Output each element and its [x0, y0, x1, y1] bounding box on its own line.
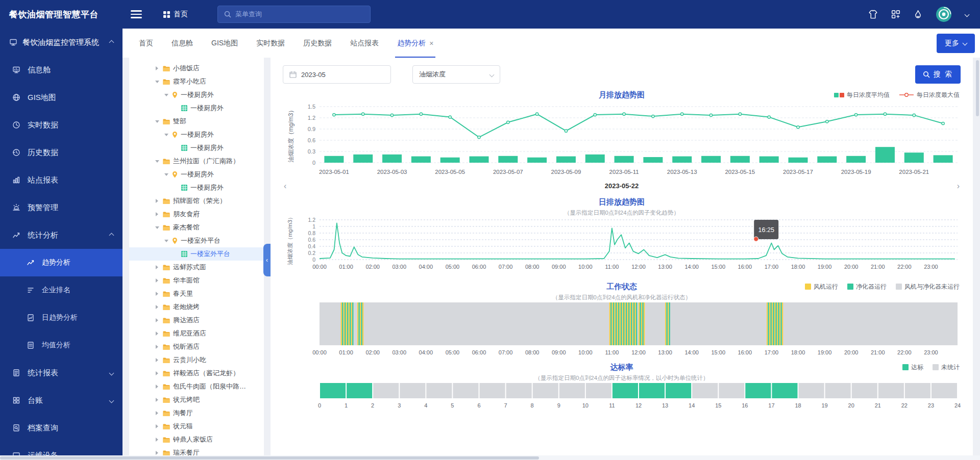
more-button[interactable]: 更多: [937, 34, 975, 53]
factor-select[interactable]: 油烟浓度: [412, 65, 500, 84]
tree-arrow-right-icon[interactable]: [154, 66, 160, 70]
tree-item-悦昕酒店[interactable]: 悦昕酒店: [129, 340, 264, 353]
tree-arrow-down-icon[interactable]: [163, 173, 169, 176]
tree-item-雙部[interactable]: 雙部: [129, 115, 264, 128]
tab-GIS地图[interactable]: GIS地图: [202, 29, 247, 58]
avatar[interactable]: [936, 6, 952, 22]
tree-arrow-right-icon[interactable]: [154, 398, 160, 402]
apps-icon[interactable]: [891, 10, 900, 19]
tab-信息舱[interactable]: 信息舱: [162, 29, 202, 58]
sidebar-item-统计报表[interactable]: 统计报表: [0, 359, 122, 387]
system-title[interactable]: 餐饮油烟监控管理系统: [0, 29, 122, 56]
tab-首页[interactable]: 首页: [130, 29, 162, 58]
tree-item-兰州拉面（广汇南路）[interactable]: 兰州拉面（广汇南路）: [129, 155, 264, 168]
tree-item-豪杰餐馆[interactable]: 豪杰餐馆: [129, 221, 264, 234]
sidebar-item-统计分析[interactable]: 统计分析: [0, 221, 122, 249]
tab-实时数据[interactable]: 实时数据: [247, 29, 294, 58]
prev-day-icon[interactable]: ‹: [284, 181, 286, 191]
tree-item-状元猫[interactable]: 状元猫: [129, 420, 264, 433]
tree-item-一楼厨房外[interactable]: 一楼厨房外: [129, 168, 264, 181]
tree-arrow-right-icon[interactable]: [154, 385, 160, 389]
tree-arrow-right-icon[interactable]: [154, 212, 160, 216]
sidebar-item-站点报表[interactable]: 站点报表: [0, 166, 122, 194]
tree-item-一楼厨房外[interactable]: 一楼厨房外: [129, 128, 264, 141]
collapse-panel-handle[interactable]: ‹: [263, 244, 271, 276]
sidebar-item-趋势分析[interactable]: 趋势分析: [0, 249, 122, 276]
tree-item-状元烤吧[interactable]: 状元烤吧: [129, 393, 264, 406]
tree-arrow-right-icon[interactable]: [154, 305, 160, 309]
tree-item-维尼亚酒店[interactable]: 维尼亚酒店: [129, 327, 264, 340]
tree-arrow-right-icon[interactable]: [154, 292, 160, 296]
legend-item[interactable]: 达标: [902, 362, 923, 373]
tree-arrow-right-icon[interactable]: [154, 424, 160, 428]
tree-item-云贵川小吃[interactable]: 云贵川小吃: [129, 353, 264, 367]
sidebar-item-GIS地图[interactable]: GIS地图: [0, 84, 122, 111]
tree-arrow-right-icon[interactable]: [154, 358, 160, 362]
tree-item-淘餐厅[interactable]: 淘餐厅: [129, 406, 264, 420]
tab-趋势分析[interactable]: 趋势分析×: [388, 29, 443, 58]
sidebar-item-预警管理[interactable]: 预警管理: [0, 194, 122, 221]
tree-item-远鲜苏式面[interactable]: 远鲜苏式面: [129, 261, 264, 274]
sidebar-item-历史数据[interactable]: 历史数据: [0, 139, 122, 166]
menu-search-input[interactable]: 菜单查询: [217, 6, 371, 23]
tree-item-小德饭店[interactable]: 小德饭店: [129, 62, 264, 75]
tree-item-祥毅酒店（酱记龙虾）[interactable]: 祥毅酒店（酱记龙虾）: [129, 367, 264, 380]
horizontal-scrollbar[interactable]: [0, 455, 980, 460]
tree-arrow-right-icon[interactable]: [154, 345, 160, 349]
tree-arrow-down-icon[interactable]: [154, 120, 160, 123]
tree-item-招牌面馆（荣光）[interactable]: 招牌面馆（荣光）: [129, 194, 264, 208]
legend-item[interactable]: 净化器运行: [847, 281, 887, 292]
legend-item[interactable]: 风机运行: [805, 281, 838, 292]
tree-item-华丰面馆[interactable]: 华丰面馆: [129, 274, 264, 287]
tree-item-包氏牛肉面（阳泉中路…[interactable]: 包氏牛肉面（阳泉中路…: [129, 380, 264, 393]
tab-站点报表[interactable]: 站点报表: [341, 29, 388, 58]
tree-item-朋友食府[interactable]: 朋友食府: [129, 208, 264, 221]
chevron-down-icon[interactable]: [965, 12, 970, 17]
tree-item-一楼厨房外[interactable]: 一楼厨房外: [129, 88, 264, 101]
tree-item-春天里[interactable]: 春天里: [129, 287, 264, 300]
search-button[interactable]: 搜 索: [915, 65, 961, 84]
tree-arrow-right-icon[interactable]: [154, 199, 160, 203]
sidebar-item-日趋势分析[interactable]: 日趋势分析: [0, 304, 122, 331]
sidebar-item-均值分析[interactable]: 均值分析: [0, 331, 122, 359]
tree-arrow-down-icon[interactable]: [163, 240, 169, 242]
tree-item-腾达酒店[interactable]: 腾达酒店: [129, 314, 264, 327]
tree-arrow-down-icon[interactable]: [154, 81, 160, 83]
legend-item[interactable]: 每日浓度最大值: [899, 89, 960, 100]
tree-item-钟鼎人家饭店[interactable]: 钟鼎人家饭店: [129, 433, 264, 446]
theme-icon[interactable]: [868, 10, 878, 19]
tab-历史数据[interactable]: 历史数据: [294, 29, 341, 58]
tree-item-一楼室外平台[interactable]: 一楼室外平台: [129, 247, 264, 261]
compliance-rate-chart[interactable]: 0123456789101112131415161718192021222324: [283, 382, 961, 415]
tree-arrow-right-icon[interactable]: [154, 278, 160, 283]
next-day-icon[interactable]: ›: [957, 181, 960, 191]
sidebar-item-档案查询[interactable]: 档案查询: [0, 414, 122, 442]
monthly-trend-chart[interactable]: 00.30.60.91.21.5油烟浓度（mg/m3）2023-05-01202…: [283, 100, 961, 178]
tree-arrow-right-icon[interactable]: [154, 451, 160, 455]
tree-arrow-down-icon[interactable]: [163, 94, 169, 96]
flame-icon[interactable]: [914, 10, 922, 19]
vertical-scrollbar[interactable]: [976, 60, 979, 116]
tree-arrow-right-icon[interactable]: [154, 265, 160, 269]
sidebar-item-台账[interactable]: 台账: [0, 387, 122, 414]
legend-item[interactable]: 风机与净化器未运行: [896, 281, 960, 292]
sidebar-item-企业排名[interactable]: 企业排名: [0, 276, 122, 304]
home-shortcut[interactable]: 首页: [163, 10, 188, 19]
sidebar-toggle-icon[interactable]: [131, 8, 142, 20]
legend-item[interactable]: 未统计: [933, 362, 960, 373]
daily-trend-chart[interactable]: 00.20.40.60.811.2油烟浓度（mg/m3）00:0001:0002…: [283, 217, 961, 276]
legend-item[interactable]: 每日浓度平均值: [834, 89, 890, 100]
tree-item-一楼厨房外[interactable]: 一楼厨房外: [129, 181, 264, 194]
tree-item-霞琴小吃店[interactable]: 霞琴小吃店: [129, 75, 264, 88]
tree-item-一楼厨房外[interactable]: 一楼厨房外: [129, 141, 264, 155]
tree-arrow-right-icon[interactable]: [154, 318, 160, 322]
tree-item-一楼厨房外[interactable]: 一楼厨房外: [129, 101, 264, 115]
tree-arrow-down-icon[interactable]: [163, 134, 169, 136]
tree-item-一楼室外平台[interactable]: 一楼室外平台: [129, 234, 264, 247]
tree-arrow-down-icon[interactable]: [154, 226, 160, 229]
tree-arrow-right-icon[interactable]: [154, 371, 160, 375]
sidebar-item-实时数据[interactable]: 实时数据: [0, 111, 122, 139]
month-picker[interactable]: 2023-05: [283, 65, 391, 84]
tree-item-老炮烧烤[interactable]: 老炮烧烤: [129, 300, 264, 314]
sidebar-item-信息舱[interactable]: 信息舱: [0, 56, 122, 84]
